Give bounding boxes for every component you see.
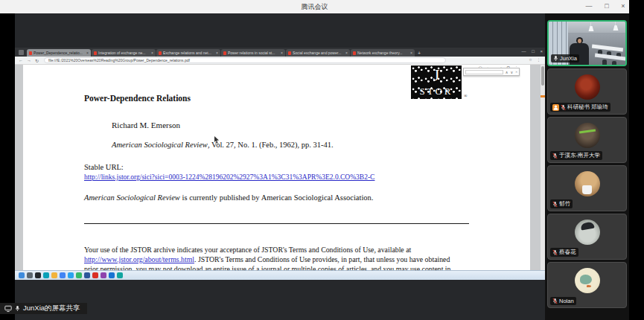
tab-title: Social exchange and power... <box>293 51 344 55</box>
pdf-scrollbar-thumb[interactable] <box>541 66 544 86</box>
pdf-file-icon <box>94 51 97 55</box>
mouse-cursor <box>214 136 220 144</box>
minimize-button[interactable]: — <box>581 0 597 13</box>
tab-close-icon[interactable]: × <box>151 51 153 55</box>
meeting-icon[interactable] <box>109 272 115 278</box>
find-input[interactable] <box>465 70 503 74</box>
participant-name: 科研秘书 郑瑜琦 <box>567 103 608 111</box>
participant-tile[interactable]: 科研秘书 郑瑜琦 <box>547 68 627 115</box>
find-prev-icon[interactable]: ∧ <box>506 70 508 74</box>
browser-menu-icon[interactable]: ⋮ <box>537 57 541 62</box>
terms-link[interactable]: http://www.jstor.org/about/terms.html <box>84 255 194 263</box>
browser-minimize-icon[interactable]: — <box>522 49 526 54</box>
tab-close-icon[interactable]: × <box>216 51 218 55</box>
browser-tab[interactable]: Network exchange theory...× <box>351 49 415 57</box>
registered-mark: ® <box>464 94 468 98</box>
find-in-page-box: ∧ ∨ × <box>463 68 520 76</box>
tab-close-icon[interactable]: × <box>86 51 89 55</box>
participant-name: 于溪东-南开大学 <box>559 152 600 159</box>
participant-name-chip: 于溪东-南开大学 <box>550 151 602 160</box>
music-icon[interactable] <box>101 272 106 278</box>
browser-tab[interactable]: Power_Dependence_relatio...× <box>27 49 91 57</box>
tab-title: Power relations in social st... <box>228 51 279 55</box>
wechat-icon[interactable] <box>76 272 82 278</box>
notes-icon[interactable] <box>117 272 123 278</box>
participant-tile-junxia[interactable]: JunXia <box>547 20 627 66</box>
participant-name-chip: Nolan <box>550 297 576 305</box>
avatar <box>575 74 600 100</box>
terms-line-2-rest: . JSTOR's Terms and Conditions of Use pr… <box>194 255 450 263</box>
browser-addressbar: ← → ↻ file:///E:/2021%20Overseas%20Readi… <box>15 57 545 65</box>
bookmark-icon[interactable]: ☆ <box>529 57 532 62</box>
pdf-file-icon <box>29 51 32 55</box>
restore-button[interactable]: □ <box>599 0 615 13</box>
participant-tile[interactable]: 于溪东-南开大学 <box>547 117 627 163</box>
participant-name-chip: 郁竹 <box>550 199 573 208</box>
separator-rule <box>84 223 469 224</box>
addressbar-right-icons: ☆ ⋮ <box>525 57 541 62</box>
tab-title: Network exchange theory... <box>357 51 409 55</box>
pdf-right-margin <box>530 65 541 270</box>
participant-name-chip: 科研秘书 郑瑜琦 <box>550 103 610 112</box>
terms-line-3: prior permission, you may not download a… <box>84 265 450 270</box>
shared-desktop: Power_Dependence_relatio...×Integration … <box>15 48 545 280</box>
participant-name-chip: 蔡春花 <box>550 248 578 257</box>
browser-tab[interactable]: Integration of exchange ne...× <box>92 49 156 57</box>
muted-mic-icon <box>552 249 558 256</box>
tab-title: Power_Dependence_relatio... <box>34 51 85 55</box>
browser-icon[interactable] <box>60 272 66 278</box>
tab-strip: Power_Dependence_relatio...×Integration … <box>27 49 415 57</box>
avatar <box>575 123 600 148</box>
find-close-icon[interactable]: × <box>515 70 517 74</box>
participant-tile[interactable]: 蔡春花 <box>547 214 627 260</box>
windows-taskbar <box>15 270 545 280</box>
browser-tab[interactable]: Exchange relations and net...× <box>156 49 220 57</box>
word-icon[interactable] <box>84 272 90 278</box>
pdf-reader-icon[interactable] <box>92 272 98 278</box>
back-icon[interactable]: ← <box>19 58 23 63</box>
browser-tab[interactable]: Social exchange and power...× <box>286 49 350 57</box>
start-icon[interactable] <box>19 272 25 278</box>
stable-url-link[interactable]: http://links.jstor.org/sici?sici=0003-12… <box>84 173 374 181</box>
find-next-icon[interactable]: ∨ <box>511 70 514 74</box>
journal-citation: American Sociological Review, Vol. 27, N… <box>112 141 334 149</box>
tab-title: Exchange relations and net... <box>163 51 214 55</box>
participant-name: JunXia <box>560 55 577 62</box>
pdf-file-icon <box>159 51 162 55</box>
file-explorer-icon[interactable] <box>51 272 57 278</box>
search-icon[interactable] <box>27 272 33 278</box>
browser-tab[interactable]: Power relations in social st...× <box>221 49 285 57</box>
paper-title: Power-Dependence Relations <box>84 94 191 103</box>
host-role-icon <box>552 104 559 111</box>
pdf-page: ▢ + − ↓ ⊡ ⋮ ∧ ∨ × J STOR ® Power-Depende… <box>23 65 530 270</box>
pdf-file-icon <box>223 51 226 55</box>
participant-tile[interactable]: Nolan <box>547 262 627 308</box>
new-tab-button[interactable]: + <box>418 51 421 56</box>
participant-name: 郁竹 <box>559 200 570 208</box>
mic-icon <box>15 305 20 312</box>
mic-on-icon <box>553 55 558 62</box>
window-title: 腾讯会议 <box>0 0 629 13</box>
publisher-journal-name: American Sociological Review <box>84 193 180 202</box>
close-button[interactable]: × <box>615 0 631 13</box>
forward-icon[interactable]: → <box>27 58 31 63</box>
browser-app-icon <box>19 50 24 55</box>
muted-mic-icon <box>561 104 566 111</box>
browser-close-icon[interactable]: × <box>540 49 543 54</box>
jstor-logo-j: J <box>411 65 462 85</box>
edge-icon[interactable] <box>43 272 49 278</box>
browser-restore-icon[interactable]: □ <box>532 49 535 54</box>
url-field[interactable]: file:///E:/2021%20Overseas%20Reading%20G… <box>44 57 446 63</box>
task-view-icon[interactable] <box>35 272 41 278</box>
tab-close-icon[interactable]: × <box>281 51 283 55</box>
pdf-file-icon <box>288 51 291 55</box>
share-banner-label: JunXia的屏幕共享 <box>23 304 80 313</box>
tab-close-icon[interactable]: × <box>410 51 412 55</box>
reload-icon[interactable]: ↻ <box>35 58 39 63</box>
jstor-logo-word: STOR <box>411 85 462 97</box>
tab-close-icon[interactable]: × <box>345 51 348 55</box>
mail-icon[interactable] <box>68 272 74 278</box>
muted-mic-icon <box>552 298 558 304</box>
journal-citation-rest: , Vol. 27, No. 1. (Feb., 1962), pp. 31-4… <box>208 141 334 149</box>
participant-tile[interactable]: 郁竹 <box>547 165 627 211</box>
